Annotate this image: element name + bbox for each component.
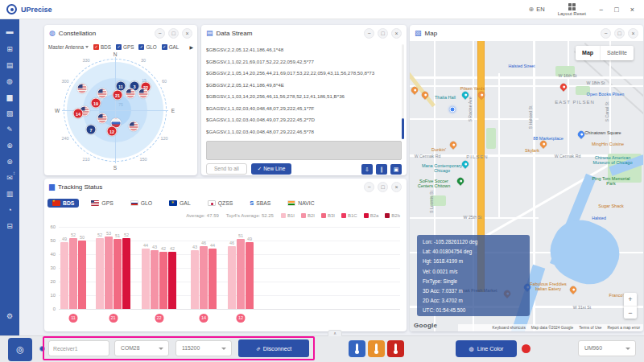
save-button[interactable]: ▣ [390, 164, 402, 175]
maximize-button[interactable]: □ [614, 28, 625, 39]
receiver-radio[interactable] [39, 346, 45, 352]
bar-value-label: 44 [143, 243, 148, 249]
gal-checkbox[interactable]: ✓GAL [162, 44, 180, 50]
scroll-to-bottom-button[interactable]: ⇩ [361, 164, 373, 175]
layout-reset-button[interactable]: Layout Reset [558, 3, 586, 16]
map-pin[interactable] [539, 139, 547, 148]
log-icon[interactable]: ✎ [0, 124, 19, 135]
receiver-name-input[interactable] [48, 340, 109, 356]
pause-button[interactable]: ∥ [376, 164, 387, 175]
attribution-link[interactable]: Terms of Use [579, 326, 601, 330]
messages-icon[interactable]: ✉ [0, 172, 19, 183]
bar-value-label: 50 [80, 235, 85, 241]
command-input[interactable] [206, 141, 402, 160]
constellation-icon[interactable]: ◍ [0, 76, 19, 87]
link-icon: ∞ [254, 345, 261, 352]
settings-bottom-icon[interactable]: ⚙ [0, 311, 19, 322]
settings-icon[interactable]: ⊛ [0, 156, 19, 167]
language-switch[interactable]: ⊕ EN [529, 6, 545, 13]
data-stream-icon[interactable]: ▤ [0, 60, 19, 71]
tab-sbas[interactable]: SSBAS [245, 199, 275, 208]
bds-checkbox[interactable]: ✓BDS [93, 44, 111, 50]
tracking-status-icon[interactable]: ▆ [0, 92, 19, 103]
com-port-select[interactable]: COM28 [114, 340, 169, 356]
category-label[interactable]: 11 [69, 314, 78, 323]
map-mode-button[interactable]: Map [576, 46, 600, 60]
tab-bds[interactable]: BDS [47, 199, 79, 208]
category-label[interactable]: 21 [109, 314, 118, 323]
panels-icon[interactable]: ⊞ [0, 43, 19, 55]
map-icon[interactable]: ▧ [0, 108, 19, 119]
constellation-tabs: BDSGPSGLOGALQZSSSSBASNAVIC [47, 196, 320, 210]
map-label: W 25th St [464, 215, 482, 220]
tab-navic[interactable]: NAVIC [283, 199, 319, 208]
scrollbar-thumb[interactable] [402, 118, 404, 139]
close-button[interactable]: × [628, 28, 638, 39]
zoom-out-button[interactable]: − [624, 306, 637, 319]
report-icon[interactable]: ▥ [0, 188, 19, 200]
close-button[interactable]: × [391, 182, 402, 192]
map-label: SoFive Soccer Centers Chitown [414, 179, 454, 188]
map-canvas[interactable]: W 16th StHalsted StreetW 18th StEAST PIL… [410, 41, 643, 331]
menu-icon[interactable]: ▬ [0, 26, 19, 37]
tab-qzss[interactable]: QZSS [203, 199, 238, 208]
attribution-link[interactable]: Keyboard shortcuts [493, 326, 526, 330]
attribution-link[interactable]: Report a map error [607, 326, 640, 330]
category-label[interactable]: 12 [237, 314, 246, 323]
map-pin[interactable] [568, 285, 577, 294]
play-icon[interactable]: ▶ [189, 44, 193, 50]
satellite-mode-button[interactable]: Satellite [600, 46, 634, 60]
tab-gps[interactable]: GPS [86, 199, 118, 208]
window-close-button[interactable]: × [630, 6, 634, 14]
account-icon[interactable]: ◔ [0, 204, 19, 216]
zoom-in-button[interactable]: + [624, 293, 637, 306]
thermometer-blue-button[interactable] [349, 340, 365, 357]
tab-glo[interactable]: GLO [126, 199, 157, 208]
close-button[interactable]: × [391, 28, 402, 39]
tab-label: GPS [101, 200, 113, 206]
average-label: Average: 47.59 [186, 213, 219, 218]
cn-flag-icon [52, 200, 60, 206]
map-pin[interactable] [456, 176, 464, 185]
maximize-button[interactable]: □ [378, 182, 388, 192]
tab-gal[interactable]: GAL [164, 199, 196, 208]
send-to-all-button[interactable]: Send to all [206, 163, 247, 175]
line-color-button[interactable]: ◍ Line Color [456, 340, 517, 357]
bar-value-label: 46 [229, 241, 234, 246]
glo-checkbox[interactable]: ✓GLO [138, 44, 156, 50]
map-label: Chinatown Square [581, 130, 625, 135]
bar-value-label: 43 [152, 245, 157, 250]
collapse-handle[interactable]: ∧ [328, 330, 342, 336]
map-label: Chinese American Museum of Chicago [591, 155, 634, 165]
disconnect-button[interactable]: ∞ Disconnect [238, 339, 309, 357]
storage-icon[interactable]: ⊟ [0, 220, 19, 232]
minimize-button[interactable]: − [364, 182, 374, 192]
satellite-12: 12 [107, 126, 118, 137]
line-color-swatch[interactable] [522, 344, 530, 353]
receiver-model-select[interactable]: UM960 [578, 340, 636, 356]
thermometer-red-button[interactable] [387, 340, 404, 357]
receiver-tab[interactable]: ◎ [8, 338, 32, 361]
window-maximize-button[interactable]: □ [614, 6, 618, 14]
minimize-button[interactable]: − [601, 28, 611, 39]
skyplot: N E S W 30601201502102403003301545751132… [44, 51, 197, 173]
degree-label: 150 [139, 157, 147, 162]
gridline [59, 309, 400, 310]
minimize-button[interactable]: − [364, 28, 374, 39]
close-button[interactable]: × [182, 28, 192, 39]
new-line-button[interactable]: ✓ New Line [251, 163, 292, 175]
nmea-line: $GBGSV,1,1,02,21,69,017,52,22,22,059,42,… [206, 56, 399, 68]
maximize-button[interactable]: □ [378, 28, 388, 39]
baud-rate-select[interactable]: 115200 [175, 340, 232, 356]
maximize-button[interactable]: □ [168, 28, 179, 39]
gps-checkbox[interactable]: ✓GPS [116, 44, 134, 50]
antenna-select[interactable]: Master Antenna [48, 44, 89, 50]
network-icon[interactable]: ⊕ [0, 140, 19, 151]
category-label[interactable]: 14 [200, 314, 208, 323]
thermometer-orange-button[interactable] [368, 340, 385, 357]
minimize-button[interactable]: − [155, 28, 165, 39]
attribution-link[interactable]: Map data ©2024 Google [531, 326, 573, 330]
category-label[interactable]: 22 [155, 314, 163, 323]
window-minimize-button[interactable]: − [599, 6, 603, 14]
map-pin[interactable] [559, 82, 568, 91]
